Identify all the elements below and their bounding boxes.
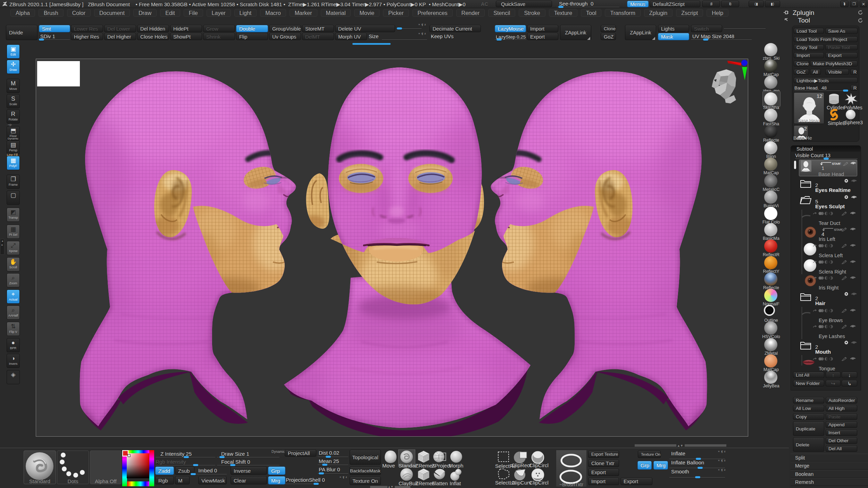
svg-text:START: START xyxy=(832,162,841,166)
